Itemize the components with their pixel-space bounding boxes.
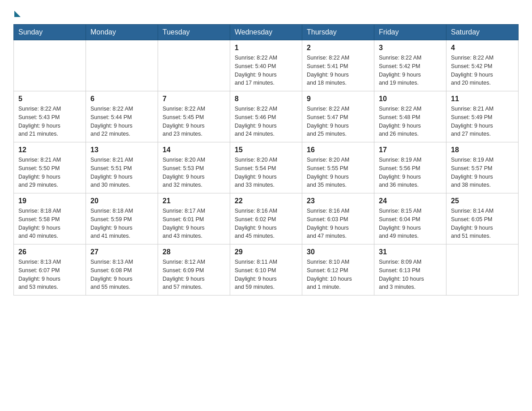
day-info: Sunrise: 8:14 AM Sunset: 6:05 PM Dayligh… xyxy=(451,207,514,240)
day-number: 16 xyxy=(307,146,369,154)
day-number: 25 xyxy=(451,197,514,205)
day-number: 29 xyxy=(235,248,297,256)
logo-arrow-icon xyxy=(14,11,21,17)
weekday-header-tuesday: Tuesday xyxy=(158,25,230,40)
day-number: 4 xyxy=(451,44,514,52)
page-header xyxy=(13,9,519,15)
calendar-header-row: SundayMondayTuesdayWednesdayThursdayFrid… xyxy=(14,25,519,40)
day-number: 3 xyxy=(379,44,442,52)
calendar-cell: 7Sunrise: 8:22 AM Sunset: 5:45 PM Daylig… xyxy=(158,91,230,142)
weekday-header-thursday: Thursday xyxy=(302,25,374,40)
day-info: Sunrise: 8:22 AM Sunset: 5:44 PM Dayligh… xyxy=(90,105,153,138)
day-number: 20 xyxy=(90,197,153,205)
day-info: Sunrise: 8:09 AM Sunset: 6:13 PM Dayligh… xyxy=(379,258,442,291)
calendar-cell: 26Sunrise: 8:13 AM Sunset: 6:07 PM Dayli… xyxy=(14,244,86,295)
day-info: Sunrise: 8:21 AM Sunset: 5:50 PM Dayligh… xyxy=(18,156,81,189)
calendar-cell: 28Sunrise: 8:12 AM Sunset: 6:09 PM Dayli… xyxy=(158,244,230,295)
calendar-cell: 8Sunrise: 8:22 AM Sunset: 5:46 PM Daylig… xyxy=(230,91,302,142)
day-info: Sunrise: 8:16 AM Sunset: 6:02 PM Dayligh… xyxy=(235,207,297,240)
weekday-header-wednesday: Wednesday xyxy=(230,25,302,40)
day-info: Sunrise: 8:13 AM Sunset: 6:07 PM Dayligh… xyxy=(18,258,81,291)
day-number: 6 xyxy=(90,95,153,103)
day-info: Sunrise: 8:22 AM Sunset: 5:40 PM Dayligh… xyxy=(235,54,297,87)
calendar-week-row: 19Sunrise: 8:18 AM Sunset: 5:58 PM Dayli… xyxy=(14,193,519,244)
day-info: Sunrise: 8:22 AM Sunset: 5:42 PM Dayligh… xyxy=(451,54,514,87)
calendar-cell: 16Sunrise: 8:20 AM Sunset: 5:55 PM Dayli… xyxy=(302,142,374,193)
calendar-cell xyxy=(158,40,230,91)
calendar-cell xyxy=(86,40,158,91)
day-info: Sunrise: 8:20 AM Sunset: 5:55 PM Dayligh… xyxy=(307,156,369,189)
day-number: 8 xyxy=(235,95,297,103)
calendar-cell: 30Sunrise: 8:10 AM Sunset: 6:12 PM Dayli… xyxy=(302,244,374,295)
day-info: Sunrise: 8:22 AM Sunset: 5:41 PM Dayligh… xyxy=(307,54,369,87)
day-number: 23 xyxy=(307,197,369,205)
calendar-cell: 18Sunrise: 8:19 AM Sunset: 5:57 PM Dayli… xyxy=(446,142,519,193)
day-info: Sunrise: 8:12 AM Sunset: 6:09 PM Dayligh… xyxy=(163,258,225,291)
calendar-cell: 21Sunrise: 8:17 AM Sunset: 6:01 PM Dayli… xyxy=(158,193,230,244)
day-info: Sunrise: 8:22 AM Sunset: 5:46 PM Dayligh… xyxy=(235,105,297,138)
day-number: 17 xyxy=(379,146,442,154)
day-info: Sunrise: 8:22 AM Sunset: 5:45 PM Dayligh… xyxy=(163,105,225,138)
day-number: 24 xyxy=(379,197,442,205)
day-number: 15 xyxy=(235,146,297,154)
day-info: Sunrise: 8:22 AM Sunset: 5:48 PM Dayligh… xyxy=(379,105,442,138)
day-info: Sunrise: 8:15 AM Sunset: 6:04 PM Dayligh… xyxy=(379,207,442,240)
day-number: 9 xyxy=(307,95,369,103)
day-number: 13 xyxy=(90,146,153,154)
weekday-header-saturday: Saturday xyxy=(446,25,519,40)
calendar-cell: 22Sunrise: 8:16 AM Sunset: 6:02 PM Dayli… xyxy=(230,193,302,244)
day-info: Sunrise: 8:19 AM Sunset: 5:56 PM Dayligh… xyxy=(379,156,442,189)
calendar-week-row: 5Sunrise: 8:22 AM Sunset: 5:43 PM Daylig… xyxy=(14,91,519,142)
day-number: 28 xyxy=(163,248,225,256)
day-number: 31 xyxy=(379,248,442,256)
day-info: Sunrise: 8:17 AM Sunset: 6:01 PM Dayligh… xyxy=(163,207,225,240)
day-number: 21 xyxy=(163,197,225,205)
day-number: 5 xyxy=(18,95,81,103)
calendar-cell: 11Sunrise: 8:21 AM Sunset: 5:49 PM Dayli… xyxy=(446,91,519,142)
day-number: 14 xyxy=(163,146,225,154)
calendar-cell: 27Sunrise: 8:13 AM Sunset: 6:08 PM Dayli… xyxy=(86,244,158,295)
day-number: 27 xyxy=(90,248,153,256)
calendar-cell: 25Sunrise: 8:14 AM Sunset: 6:05 PM Dayli… xyxy=(446,193,519,244)
calendar-cell: 13Sunrise: 8:21 AM Sunset: 5:51 PM Dayli… xyxy=(86,142,158,193)
day-number: 18 xyxy=(451,146,514,154)
calendar-cell: 2Sunrise: 8:22 AM Sunset: 5:41 PM Daylig… xyxy=(302,40,374,91)
calendar-cell: 20Sunrise: 8:18 AM Sunset: 5:59 PM Dayli… xyxy=(86,193,158,244)
day-info: Sunrise: 8:16 AM Sunset: 6:03 PM Dayligh… xyxy=(307,207,369,240)
day-info: Sunrise: 8:20 AM Sunset: 5:53 PM Dayligh… xyxy=(163,156,225,189)
calendar-cell: 31Sunrise: 8:09 AM Sunset: 6:13 PM Dayli… xyxy=(374,244,446,295)
calendar-cell: 17Sunrise: 8:19 AM Sunset: 5:56 PM Dayli… xyxy=(374,142,446,193)
calendar-cell xyxy=(14,40,86,91)
calendar-cell: 5Sunrise: 8:22 AM Sunset: 5:43 PM Daylig… xyxy=(14,91,86,142)
day-number: 7 xyxy=(163,95,225,103)
weekday-header-friday: Friday xyxy=(374,25,446,40)
calendar-cell: 24Sunrise: 8:15 AM Sunset: 6:04 PM Dayli… xyxy=(374,193,446,244)
day-number: 19 xyxy=(18,197,81,205)
day-info: Sunrise: 8:21 AM Sunset: 5:49 PM Dayligh… xyxy=(451,105,514,138)
day-info: Sunrise: 8:19 AM Sunset: 5:57 PM Dayligh… xyxy=(451,156,514,189)
calendar-table: SundayMondayTuesdayWednesdayThursdayFrid… xyxy=(13,24,519,295)
calendar-cell: 10Sunrise: 8:22 AM Sunset: 5:48 PM Dayli… xyxy=(374,91,446,142)
calendar-cell xyxy=(446,244,519,295)
day-number: 22 xyxy=(235,197,297,205)
calendar-week-row: 1Sunrise: 8:22 AM Sunset: 5:40 PM Daylig… xyxy=(14,40,519,91)
day-info: Sunrise: 8:11 AM Sunset: 6:10 PM Dayligh… xyxy=(235,258,297,291)
calendar-cell: 29Sunrise: 8:11 AM Sunset: 6:10 PM Dayli… xyxy=(230,244,302,295)
day-number: 10 xyxy=(379,95,442,103)
calendar-week-row: 12Sunrise: 8:21 AM Sunset: 5:50 PM Dayli… xyxy=(14,142,519,193)
day-number: 2 xyxy=(307,44,369,52)
weekday-header-monday: Monday xyxy=(86,25,158,40)
day-info: Sunrise: 8:10 AM Sunset: 6:12 PM Dayligh… xyxy=(307,258,369,291)
day-info: Sunrise: 8:18 AM Sunset: 5:58 PM Dayligh… xyxy=(18,207,81,240)
day-number: 12 xyxy=(18,146,81,154)
day-number: 1 xyxy=(235,44,297,52)
day-number: 30 xyxy=(307,248,369,256)
calendar-cell: 1Sunrise: 8:22 AM Sunset: 5:40 PM Daylig… xyxy=(230,40,302,91)
calendar-cell: 6Sunrise: 8:22 AM Sunset: 5:44 PM Daylig… xyxy=(86,91,158,142)
calendar-cell: 15Sunrise: 8:20 AM Sunset: 5:54 PM Dayli… xyxy=(230,142,302,193)
calendar-cell: 19Sunrise: 8:18 AM Sunset: 5:58 PM Dayli… xyxy=(14,193,86,244)
day-info: Sunrise: 8:22 AM Sunset: 5:43 PM Dayligh… xyxy=(18,105,81,138)
calendar-cell: 9Sunrise: 8:22 AM Sunset: 5:47 PM Daylig… xyxy=(302,91,374,142)
day-info: Sunrise: 8:20 AM Sunset: 5:54 PM Dayligh… xyxy=(235,156,297,189)
calendar-cell: 14Sunrise: 8:20 AM Sunset: 5:53 PM Dayli… xyxy=(158,142,230,193)
